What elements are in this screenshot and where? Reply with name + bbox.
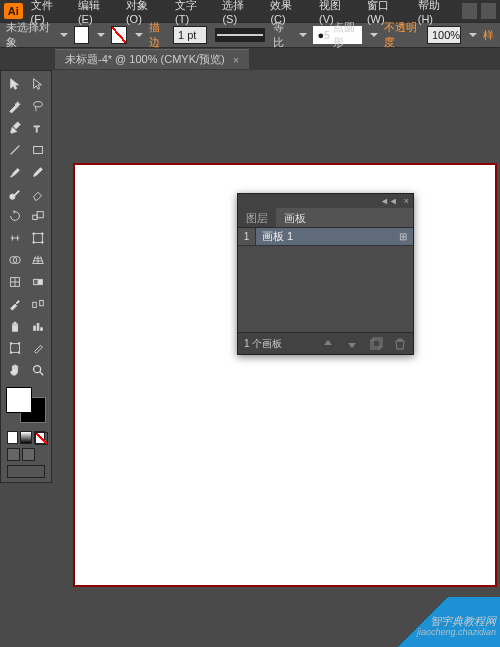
screen-mode-full[interactable] xyxy=(22,448,35,461)
svg-line-25 xyxy=(39,372,43,376)
lasso-tool[interactable] xyxy=(26,95,49,117)
watermark-sub: jiaocheng.chazidian xyxy=(417,628,496,637)
tab-close-icon[interactable]: × xyxy=(233,54,239,66)
artboards-panel: ◄◄ × 图层 画板 1 画板 1 ⊞ 1 个画板 xyxy=(237,193,414,355)
color-mode-gradient[interactable] xyxy=(20,431,31,444)
svg-rect-7 xyxy=(33,234,42,243)
style-label[interactable]: 样 xyxy=(483,28,494,43)
shape-dropdown-icon[interactable] xyxy=(370,33,378,37)
artboard-row-name[interactable]: 画板 1 xyxy=(256,229,393,244)
document-tab-bar: 未标题-4* @ 100% (CMYK/预览) × xyxy=(0,48,500,70)
blend-tool[interactable] xyxy=(26,293,49,315)
stroke-swatch[interactable] xyxy=(111,26,126,44)
menu-bar: Ai 文件(F) 编辑(E) 对象(O) 文字(T) 选择(S) 效果(C) 视… xyxy=(0,0,500,22)
free-transform-tool[interactable] xyxy=(26,227,49,249)
svg-rect-5 xyxy=(32,215,36,219)
selection-tool[interactable] xyxy=(3,73,26,95)
svg-rect-17 xyxy=(32,302,36,307)
screen-mode-normal[interactable] xyxy=(7,448,20,461)
svg-rect-27 xyxy=(373,338,382,347)
stroke-style-preview[interactable] xyxy=(215,28,265,42)
slice-tool[interactable] xyxy=(26,337,49,359)
rotate-tool[interactable] xyxy=(3,205,26,227)
artboard-tool[interactable] xyxy=(3,337,26,359)
svg-point-11 xyxy=(41,242,43,244)
move-up-icon[interactable] xyxy=(321,337,335,351)
svg-rect-23 xyxy=(10,344,19,353)
move-down-icon[interactable] xyxy=(345,337,359,351)
color-mode-solid[interactable] xyxy=(7,431,18,444)
shape-value: 5 xyxy=(324,29,330,41)
opacity-input[interactable]: 100% xyxy=(427,26,461,44)
svg-point-9 xyxy=(41,233,43,235)
opacity-label[interactable]: 不透明度 xyxy=(384,20,421,50)
artboard-row[interactable]: 1 画板 1 ⊞ xyxy=(238,228,413,246)
eyedropper-tool[interactable] xyxy=(3,293,26,315)
column-graph-tool[interactable] xyxy=(26,315,49,337)
color-mode-row xyxy=(3,429,49,446)
stroke-label[interactable]: 描边 xyxy=(149,20,167,50)
fill-color-icon[interactable] xyxy=(6,387,32,413)
rectangle-tool[interactable] xyxy=(26,139,49,161)
shape-field[interactable]: ● 5 点圆形 xyxy=(313,26,362,44)
pen-tool[interactable] xyxy=(3,117,26,139)
artboard-row-indicator-icon[interactable]: ⊞ xyxy=(393,231,413,242)
no-selection-label: 未选择对象 xyxy=(6,20,52,50)
toolbox: T xyxy=(0,70,52,483)
svg-rect-22 xyxy=(40,328,42,331)
opacity-dropdown-icon[interactable] xyxy=(469,33,477,37)
uniform-dropdown-icon[interactable] xyxy=(299,33,307,37)
stroke-weight-input[interactable]: 1 pt xyxy=(173,26,207,44)
new-artboard-icon[interactable] xyxy=(369,337,383,351)
eraser-tool[interactable] xyxy=(26,183,49,205)
svg-rect-21 xyxy=(37,323,39,330)
scale-tool[interactable] xyxy=(26,205,49,227)
artboard-row-number: 1 xyxy=(238,228,256,245)
fill-swatch[interactable] xyxy=(74,26,89,44)
color-mode-none[interactable] xyxy=(34,431,45,444)
uniform-label[interactable]: 等比 xyxy=(273,20,291,50)
svg-rect-19 xyxy=(12,325,17,331)
stroke-dropdown-icon[interactable] xyxy=(135,33,143,37)
document-tab[interactable]: 未标题-4* @ 100% (CMYK/预览) × xyxy=(55,49,249,69)
watermark-main: 智宇典教程网 xyxy=(430,615,496,627)
menu-edit[interactable]: 编辑(E) xyxy=(72,0,118,27)
zoom-tool[interactable] xyxy=(26,359,49,381)
delete-artboard-icon[interactable] xyxy=(393,337,407,351)
svg-text:T: T xyxy=(33,123,39,134)
watermark: 智宇典教程网 jiaocheng.chazidian xyxy=(417,610,496,637)
svg-rect-26 xyxy=(371,340,380,349)
menu-extra-icon-1[interactable] xyxy=(462,3,477,19)
svg-rect-18 xyxy=(39,301,43,306)
panel-close-icon[interactable]: × xyxy=(404,196,409,206)
tab-artboards[interactable]: 画板 xyxy=(276,208,314,227)
svg-point-0 xyxy=(33,102,42,107)
menu-extra-icon-2[interactable] xyxy=(481,3,496,19)
width-tool[interactable] xyxy=(3,227,26,249)
line-tool[interactable] xyxy=(3,139,26,161)
type-tool[interactable]: T xyxy=(26,117,49,139)
magic-wand-tool[interactable] xyxy=(3,95,26,117)
menu-type[interactable]: 文字(T) xyxy=(169,0,214,27)
shape-builder-tool[interactable] xyxy=(3,249,26,271)
fill-stroke-control[interactable] xyxy=(4,385,48,425)
hand-tool[interactable] xyxy=(3,359,26,381)
mesh-tool[interactable] xyxy=(3,271,26,293)
selection-dropdown-icon[interactable] xyxy=(60,33,68,37)
draw-mode-selector[interactable] xyxy=(7,465,45,478)
menu-select[interactable]: 选择(S) xyxy=(216,0,262,27)
symbol-sprayer-tool[interactable] xyxy=(3,315,26,337)
gradient-tool[interactable] xyxy=(26,271,49,293)
paintbrush-tool[interactable] xyxy=(3,161,26,183)
direct-selection-tool[interactable] xyxy=(26,73,49,95)
pencil-tool[interactable] xyxy=(26,161,49,183)
panel-header[interactable]: ◄◄ × xyxy=(238,194,413,208)
fill-dropdown-icon[interactable] xyxy=(97,33,105,37)
panel-footer: 1 个画板 xyxy=(238,332,413,354)
tab-layers[interactable]: 图层 xyxy=(238,208,276,227)
panel-collapse-icon[interactable]: ◄◄ xyxy=(380,196,398,206)
document-tab-title: 未标题-4* @ 100% (CMYK/预览) xyxy=(65,52,225,67)
perspective-grid-tool[interactable] xyxy=(26,249,49,271)
blob-brush-tool[interactable] xyxy=(3,183,26,205)
svg-rect-16 xyxy=(33,279,37,284)
